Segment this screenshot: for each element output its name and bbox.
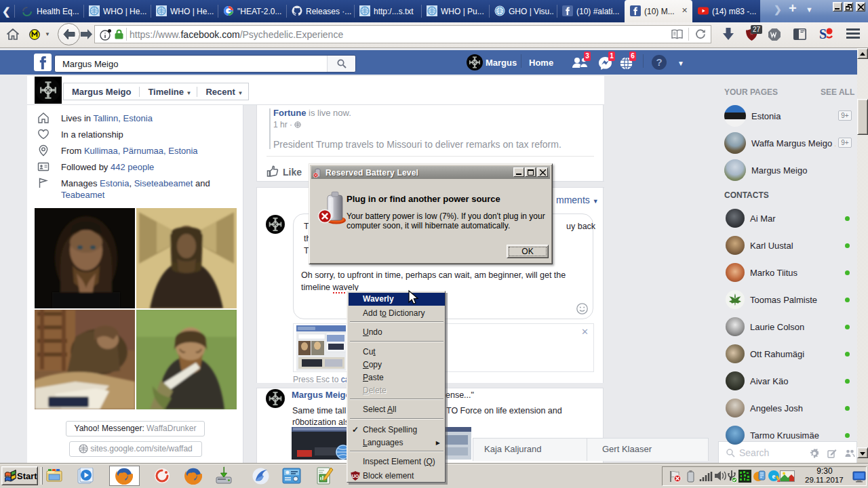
svg-text:UO: UO [352,474,359,479]
svg-text:!: ! [778,479,779,483]
svg-text:e: e [772,472,776,480]
svg-text:S: S [819,27,827,41]
